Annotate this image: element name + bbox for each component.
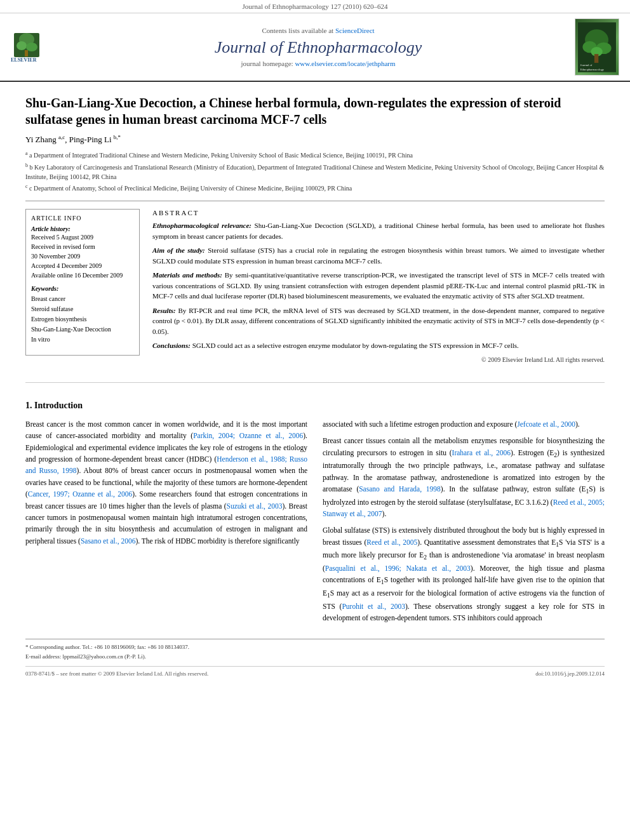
received-date: Received 5 August 2009: [31, 232, 134, 242]
revised-label: Received in revised form: [31, 242, 134, 251]
issn-line: 0378-8741/$ – see front matter © 2009 El…: [25, 670, 208, 677]
abstract-label-2: Aim of the study:: [152, 246, 205, 254]
bottom-bar: 0378-8741/$ – see front matter © 2009 El…: [25, 666, 605, 677]
ref-reed[interactable]: Reed et al., 2005; Stanway et al., 2007: [323, 498, 605, 517]
history-label: Article history:: [31, 225, 134, 232]
ref-purohit[interactable]: Purohit et al., 2003: [342, 603, 405, 610]
abstract-para-1: Ethnopharmacological relevance: Shu-Gan-…: [152, 220, 605, 241]
kw-1: Breast cancer: [31, 294, 134, 304]
section-title-intro: 1. Introduction: [25, 401, 605, 411]
footnote-email: E-mail address: lppmail23@yahoo.com.cn (…: [25, 653, 605, 661]
svg-text:Journal of: Journal of: [580, 63, 593, 67]
abstract-para-5: Conclusions: SGLXD could act as a select…: [152, 340, 605, 351]
ref-pasqualini[interactable]: Pasqualini et al., 1996; Nakata et al., …: [325, 564, 471, 572]
article-info-title: ARTICLE INFO: [31, 215, 134, 222]
abstract-label-5: Conclusions:: [152, 342, 191, 349]
journal-citation: Journal of Ethnopharmacology 127 (2010) …: [243, 3, 388, 10]
affil-a: a a Department of Integrated Traditional…: [25, 150, 605, 160]
keywords-label: Keywords:: [31, 285, 134, 292]
journal-homepage: journal homepage: www.elsevier.com/locat…: [241, 60, 395, 67]
kw-4: Shu-Gan-Liang-Xue Decoction: [31, 324, 134, 335]
abstract-col: ABSTRACT Ethnopharmacological relevance:…: [152, 209, 605, 371]
page: Journal of Ethnopharmacology 127 (2010) …: [0, 0, 630, 840]
intro-para-1: Breast cancer is the most common cancer …: [25, 418, 307, 547]
journal-title: Journal of Ethnopharmacology: [215, 38, 422, 57]
journal-header: ELSEVIER Contents lists available at Sci…: [0, 13, 630, 82]
svg-rect-4: [25, 50, 28, 57]
authors-line: Yi Zhang a,c, Ping-Ping Li b,*: [25, 134, 605, 145]
affil-b: b b Key Laboratory of Carcinogenesis and…: [25, 162, 605, 182]
abstract-label-3: Materials and methods:: [152, 271, 222, 279]
journal-citation-bar: Journal of Ethnopharmacology 127 (2010) …: [0, 0, 630, 13]
elsevier-logo-icon: ELSEVIER: [8, 30, 58, 65]
abstract-para-2: Aim of the study: Steroid sulfatase (STS…: [152, 245, 605, 266]
intro-para-2: associated with such a lifetime estrogen…: [323, 418, 605, 430]
intro-col-right: associated with such a lifetime estrogen…: [323, 418, 605, 629]
footnote-area: * Corresponding author. Tel.: +86 10 881…: [25, 639, 605, 660]
ref-reed2[interactable]: Reed et al., 2005: [366, 538, 417, 546]
intro-col-left: Breast cancer is the most common cancer …: [25, 418, 307, 629]
abstract-text-4: By RT-PCR and real time PCR, the mRNA le…: [152, 307, 605, 335]
intro-para-4: Global sulfatase (STS) is extensively di…: [323, 524, 605, 623]
ref-henderson[interactable]: Henderson et al., 1988; Russo and Russo,…: [25, 455, 307, 474]
article-title: Shu-Gan-Liang-Xue Decoction, a Chinese h…: [25, 95, 605, 128]
info-abstract-section: ARTICLE INFO Article history: Received 5…: [25, 209, 605, 371]
sciencedirect-link[interactable]: ScienceDirect: [335, 27, 375, 34]
ref-irahara[interactable]: Irahara et al., 2006: [452, 449, 511, 457]
ref-cancer[interactable]: Cancer, 1997; Ozanne et al., 2006: [28, 490, 133, 498]
abstract-title: ABSTRACT: [152, 209, 605, 217]
intro-body: Breast cancer is the most common cancer …: [25, 418, 605, 629]
accepted-date: Accepted 4 December 2009: [31, 261, 134, 270]
kw-2: Steroid sulfatase: [31, 304, 134, 314]
abstract-para-3: Materials and methods: By semi-quantitat…: [152, 270, 605, 302]
kw-5: In vitro: [31, 335, 134, 345]
affil-c: c c Department of Anatomy, School of Pre…: [25, 183, 605, 193]
revised-date: 30 November 2009: [31, 251, 134, 261]
article-info-box: ARTICLE INFO Article history: Received 5…: [25, 209, 140, 356]
abstract-text-2: Steroid sulfatase (STS) has a crucial ro…: [152, 246, 605, 265]
article-info-col: ARTICLE INFO Article history: Received 5…: [25, 209, 140, 371]
intro-para-3: Breast cancer tissues contain all the me…: [323, 435, 605, 519]
doi-line: doi:10.1016/j.jep.2009.12.014: [535, 670, 605, 677]
ref-sasano[interactable]: Sasano et al., 2006: [81, 537, 136, 545]
affiliations: a a Department of Integrated Traditional…: [25, 150, 605, 201]
abstract-text-5: SGLXD could act as a selective estrogen …: [192, 342, 519, 349]
svg-point-3: [26, 43, 37, 51]
journal-cover-image: Journal of Ethnopharmacology: [575, 18, 619, 76]
contents-line: Contents lists available at ScienceDirec…: [262, 27, 374, 34]
svg-text:ELSEVIER: ELSEVIER: [11, 57, 37, 63]
journal-title-area: Contents lists available at ScienceDirec…: [71, 18, 565, 76]
journal-cover-area: Journal of Ethnopharmacology: [572, 18, 622, 76]
homepage-url[interactable]: www.elsevier.com/locate/jethpharm: [295, 60, 395, 67]
keywords-section: Keywords: Breast cancer Steroid sulfatas…: [31, 285, 134, 345]
svg-point-2: [17, 41, 27, 50]
footnote-corresponding: * Corresponding author. Tel.: +86 10 881…: [25, 643, 605, 651]
intro-section: 1. Introduction Breast cancer is the mos…: [25, 382, 605, 629]
abstract-label-4: Results:: [152, 307, 176, 314]
svg-rect-11: [594, 54, 598, 63]
ref-parkin[interactable]: Parkin, 2004; Ozanne et al., 2006: [193, 432, 303, 439]
copyright-line: © 2009 Elsevier Ireland Ltd. All rights …: [152, 356, 605, 363]
online-date: Available online 16 December 2009: [31, 270, 134, 280]
svg-text:Ethnopharmacology: Ethnopharmacology: [580, 67, 605, 70]
abstract-para-4: Results: By RT-PCR and real time PCR, th…: [152, 305, 605, 337]
ref-sasano2[interactable]: Sasano and Harada, 1998: [359, 485, 441, 493]
ref-jefcoate[interactable]: Jefcoate et al., 2000: [517, 420, 575, 428]
kw-3: Estrogen biosynthesis: [31, 314, 134, 324]
ref-suzuki[interactable]: Suzuki et al., 2003: [227, 502, 283, 510]
main-content: Shu-Gan-Liang-Xue Decoction, a Chinese h…: [0, 82, 630, 690]
elsevier-logo-area: ELSEVIER: [8, 18, 65, 76]
article-history: Article history: Received 5 August 2009 …: [31, 225, 134, 280]
abstract-section: ABSTRACT Ethnopharmacological relevance:…: [152, 209, 605, 363]
abstract-label-1: Ethnopharmacological relevance:: [152, 222, 251, 229]
